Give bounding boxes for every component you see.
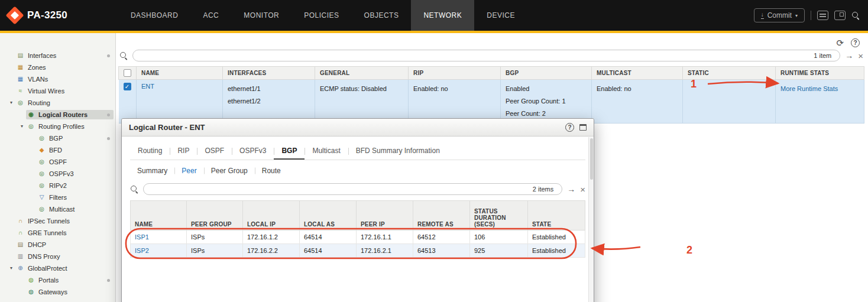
dialog-subtab-peer[interactable]: Peer [174,164,203,178]
column-header-interfaces[interactable]: INTERFACES [223,67,315,80]
peer-row-isp2[interactable]: ISP2 ISPs 172.16.2.2 64514 172.16.2.1 64… [131,244,585,258]
dialog-subtab-peer-group[interactable]: Peer Group [204,164,255,178]
sidebar-item-gateways[interactable]: ▾ ◍ Gateways [0,286,115,298]
column-header-status-duration-secs[interactable]: STATUS DURATION (SECS) [470,201,528,230]
peer-name-link[interactable]: ISP2 [135,247,149,254]
sidebar-item-dhcp[interactable]: ▾ ▤ DHCP [0,239,115,251]
nav-tab-acc[interactable]: ACC [190,0,231,31]
sidebar-item-multicast[interactable]: ▾ ◎ Multicast [0,203,115,215]
sidebar-item-portals[interactable]: ▾ ◍ Portals [0,274,115,286]
move-right-icon[interactable]: → [845,51,853,60]
table-row-ent[interactable]: ✓ ENT ethernet1/1ethernet1/2 ECMP status… [119,80,864,124]
main-nav: DASHBOARD ACC MONITOR POLICIES OBJECTS N… [118,0,527,31]
dialog-search-input[interactable]: 2 items [143,183,562,195]
row-checkbox[interactable]: ✓ [124,83,131,90]
search-icon[interactable] [851,11,860,20]
chevron-down-icon[interactable]: ▾ [7,266,15,271]
sidebar-item-ospf[interactable]: ▾ ◎ OSPF [0,156,115,168]
ripv2-icon: ◎ [38,183,46,189]
nav-tab-device[interactable]: DEVICE [474,0,527,31]
gre-tunnels-icon: ∩ [17,230,24,236]
chevron-down-icon[interactable]: ▾ [18,124,26,129]
column-header-remote-as[interactable]: REMOTE AS [413,201,470,230]
brand-logo: PA-3250 [8,0,67,31]
sidebar-item-ipsec-tunnels[interactable]: ▾ ∩ IPSec Tunnels [0,215,115,227]
header-actions: ↓ Commit ▾ [754,0,868,31]
sidebar-item-bgp[interactable]: ▾ ◎ BGP [0,132,115,144]
interface-name: ethernet1/2 [228,95,310,108]
sidebar-item-label: Routing Profiles [38,123,85,130]
search-icon[interactable] [130,185,138,193]
more-runtime-stats-link[interactable]: More Runtime Stats [780,85,838,92]
state-cell: Established [528,244,585,258]
nav-tab-monitor[interactable]: MONITOR [231,0,292,31]
column-header-rip[interactable]: RIP [409,67,501,80]
dialog-subtab-summary[interactable]: Summary [130,164,174,178]
maximize-icon[interactable] [579,124,587,131]
sidebar-item-logical-routers[interactable]: ▾ ◉ Logical Routers [0,109,115,121]
column-header-static[interactable]: STATIC [683,67,776,80]
select-all-checkbox[interactable] [124,69,131,77]
column-header-local-as[interactable]: LOCAL AS [300,201,357,230]
dialog-tab-bfd-summary-information[interactable]: BFD Summary Information [348,142,448,160]
nav-tab-objects[interactable]: OBJECTS [352,0,412,31]
dialog-tab-ospf[interactable]: OSPF [197,142,232,160]
portals-icon: ◍ [27,277,35,283]
sidebar-item-routing-profiles[interactable]: ▾ ◎ Routing Profiles [0,121,115,132]
select-all-header [119,67,137,80]
logical-router-dialog: Logical Router - ENT ? Routing RIP OSPF … [121,118,594,302]
sidebar-item-vlans[interactable]: ▾ ▦ VLANs [0,73,115,85]
peer-name-link[interactable]: ISP1 [135,233,149,241]
dialog-tab-ospfv3[interactable]: OSPFv3 [232,142,274,160]
commit-button[interactable]: ↓ Commit ▾ [754,8,805,22]
remote-as-cell: 64513 [413,244,470,258]
sidebar-item-zones[interactable]: ▾ ▦ Zones [0,61,115,73]
column-header-local-ip[interactable]: LOCAL IP [243,201,300,230]
nav-tab-network[interactable]: NETWORK [411,0,474,31]
help-icon[interactable]: ? [851,38,860,47]
dialog-tab-routing[interactable]: Routing [130,142,170,160]
column-header-name[interactable]: NAME [137,67,223,80]
sidebar-item-interfaces[interactable]: ▾ ▤ Interfaces [0,50,115,61]
sidebar-item-bfd[interactable]: ▾ ◆ BFD [0,144,115,156]
peer-row-isp1[interactable]: ISP1 ISPs 172.16.1.2 64514 172.16.1.1 64… [131,230,585,244]
dialog-subtab-route[interactable]: Route [255,164,288,178]
dialog-search-bar: 2 items → × [130,182,585,196]
popout-window-icon[interactable] [834,11,846,20]
sidebar-item-ripv2[interactable]: ▾ ◎ RIPv2 [0,180,115,191]
column-header-state[interactable]: STATE [528,201,585,230]
dialog-scrollbar[interactable] [588,137,594,302]
sidebar-item-routing[interactable]: ▾ ◎ Routing [0,97,115,109]
column-header-general[interactable]: GENERAL [315,67,409,80]
dialog-tab-multicast[interactable]: Multicast [305,142,348,160]
column-header-runtime-stats[interactable]: RUNTIME STATS [776,67,864,80]
sidebar-item-gre-tunnels[interactable]: ▾ ∩ GRE Tunnels [0,227,115,239]
sidebar-item-dns-proxy[interactable]: ▾ ▥ DNS Proxy [0,251,115,262]
local-ip-cell: 172.16.2.2 [243,244,300,258]
column-header-bgp[interactable]: BGP [501,67,592,80]
sidebar-item-ospfv3[interactable]: ▾ ◎ OSPFv3 [0,168,115,180]
search-input[interactable]: 1 item [132,50,840,61]
column-header-name[interactable]: NAME [131,201,187,230]
router-name-link[interactable]: ENT [141,83,154,90]
refresh-icon[interactable]: ⟳ [836,38,844,47]
nav-tab-policies[interactable]: POLICIES [292,0,351,31]
peer-group-cell: ISPs [187,230,243,244]
clear-filter-icon[interactable]: × [580,185,585,194]
nav-tab-dashboard[interactable]: DASHBOARD [118,0,191,31]
chevron-down-icon[interactable]: ▾ [7,100,15,105]
column-header-peer-ip[interactable]: PEER IP [357,201,413,230]
search-icon[interactable] [119,51,128,60]
sidebar-item-label: IPSec Tunnels [28,217,70,225]
column-header-multicast[interactable]: MULTICAST [592,67,683,80]
help-icon[interactable]: ? [565,123,574,132]
dialog-tab-rip[interactable]: RIP [170,142,197,160]
dialog-tab-bgp[interactable]: BGP [274,142,305,160]
move-right-icon[interactable]: → [567,185,575,193]
sidebar-item-virtual-wires[interactable]: ▾ ≈ Virtual Wires [0,85,115,97]
sidebar-item-filters[interactable]: ▾ ▽ Filters [0,191,115,203]
sidebar-item-globalprotect[interactable]: ▾ ⊕ GlobalProtect [0,262,115,274]
tasks-icon[interactable] [817,11,828,20]
clear-filter-icon[interactable]: × [858,51,863,60]
column-header-peer-group[interactable]: PEER GROUP [187,201,243,230]
